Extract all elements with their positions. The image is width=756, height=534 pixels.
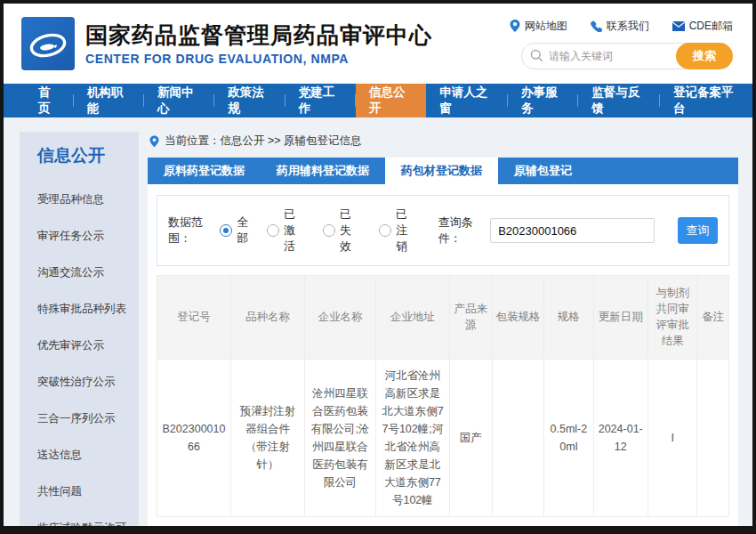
location-pin-icon xyxy=(510,20,520,32)
query-input[interactable] xyxy=(490,218,655,243)
sidebar-item-accepted-varieties[interactable]: 受理品种信息 xyxy=(37,182,139,218)
header-right: 网站地图 联系我们 CDE邮箱 搜索 xyxy=(510,19,733,69)
radio-activated-label: 已激活 xyxy=(284,206,307,255)
cell-remarks xyxy=(697,359,729,516)
radio-expired[interactable]: 已失效 xyxy=(323,206,363,255)
main-content: 当前位置：信息公开 >> 原辅包登记信息 原料药登记数据 药用辅料登记数据 药包… xyxy=(148,132,738,526)
radio-cancelled-label: 已注销 xyxy=(396,206,419,255)
nav-item-info-disclosure[interactable]: 信息公开 xyxy=(356,84,426,117)
scope-label: 数据范围： xyxy=(168,214,213,247)
nav-item-functions[interactable]: 机构职能 xyxy=(74,84,144,117)
col-spec: 规格 xyxy=(544,276,593,360)
sidebar-item-three-in-one[interactable]: 三合一序列公示 xyxy=(37,400,139,437)
site-brand[interactable]: 国家药品监督管理局药品审评中心 CENTER FOR DRUG EVALUATI… xyxy=(21,17,432,70)
sidebar: 信息公开 受理品种信息 审评任务公示 沟通交流公示 特殊审批品种列表 优先审评公… xyxy=(20,132,139,526)
sidebar-item-common-issues[interactable]: 共性问题 xyxy=(37,473,139,510)
col-joint-review-result: 与制剂共同审评审批结果 xyxy=(647,276,696,360)
radio-cancelled[interactable]: 已注销 xyxy=(379,206,419,255)
cell-packaging-spec xyxy=(492,359,543,516)
mailbox-link[interactable]: CDE邮箱 xyxy=(672,19,733,34)
col-company-name: 企业名称 xyxy=(304,276,375,360)
contact-label: 联系我们 xyxy=(607,19,649,34)
sitemap-link[interactable]: 网站地图 xyxy=(510,19,567,34)
tab-api-data[interactable]: 原料药登记数据 xyxy=(148,158,261,184)
sidebar-item-communication[interactable]: 沟通交流公示 xyxy=(37,255,139,291)
nav-item-home[interactable]: 首页 xyxy=(25,84,74,117)
cde-logo-icon xyxy=(21,17,75,70)
radio-icon xyxy=(220,224,232,237)
cell-variety-name: 预灌封注射器组合件（带注射针） xyxy=(230,359,304,516)
search-button[interactable]: 搜索 xyxy=(676,43,733,69)
tab-raw-aux-pack[interactable]: 原辅包登记 xyxy=(498,158,588,184)
radio-activated[interactable]: 已激活 xyxy=(267,206,307,255)
main-nav: 首页 机构职能 新闻中心 政策法规 党建工作 信息公开 申请人之窗 办事服务 监… xyxy=(4,84,752,117)
site-title-block: 国家药品监督管理局药品审评中心 CENTER FOR DRUG EVALUATI… xyxy=(85,21,432,66)
tabbar: 原料药登记数据 药用辅料登记数据 药包材登记数据 原辅包登记 xyxy=(148,158,738,184)
nav-item-applicant-window[interactable]: 申请人之窗 xyxy=(426,84,508,117)
nav-item-party[interactable]: 党建工作 xyxy=(286,84,356,117)
page-body: 信息公开 受理品种信息 审评任务公示 沟通交流公示 特殊审批品种列表 优先审评公… xyxy=(4,117,752,526)
radio-icon xyxy=(267,224,279,237)
browser-page: 国家药品监督管理局药品审评中心 CENTER FOR DRUG EVALUATI… xyxy=(0,0,756,534)
contact-link[interactable]: 联系我们 xyxy=(591,19,649,34)
site-search: 搜索 xyxy=(521,43,733,69)
filterbar: 数据范围： 全部 已激活 已失效 已注销 xyxy=(157,195,729,266)
sidebar-item-delivery-info[interactable]: 送达信息 xyxy=(37,437,139,473)
cell-spec: 0.5ml-20ml xyxy=(544,359,593,516)
breadcrumb-text: 当前位置：信息公开 >> 原辅包登记信息 xyxy=(165,134,362,149)
quick-links: 网站地图 联系我们 CDE邮箱 xyxy=(510,19,733,34)
col-company-address: 企业地址 xyxy=(375,276,449,360)
results-table: 登记号 品种名称 企业名称 企业地址 产品来源 包装规格 规格 更新日期 与制剂… xyxy=(157,275,729,517)
sidebar-title: 信息公开 xyxy=(37,144,139,167)
col-update-date: 更新日期 xyxy=(593,276,647,360)
location-pin-icon xyxy=(149,135,159,148)
radio-all[interactable]: 全部 xyxy=(220,214,251,247)
search-icon xyxy=(530,49,543,66)
nav-item-services[interactable]: 办事服务 xyxy=(508,84,578,117)
sidebar-item-special-approval[interactable]: 特殊审批品种列表 xyxy=(37,291,139,328)
tab-packaging-data[interactable]: 药包材登记数据 xyxy=(385,158,498,184)
radio-expired-label: 已失效 xyxy=(340,206,363,255)
sidebar-item-clinical-trial-license[interactable]: 临床试验默示许可 xyxy=(37,510,139,526)
cell-registration-no: B20230001066 xyxy=(157,359,231,516)
tab-excipients-data[interactable]: 药用辅料登记数据 xyxy=(261,158,385,184)
mailbox-label: CDE邮箱 xyxy=(689,19,733,34)
site-subtitle: CENTER FOR DRUG EVALUATION, NMPA xyxy=(85,52,432,66)
cell-product-source: 国产 xyxy=(449,359,492,516)
radio-icon xyxy=(379,224,391,237)
nav-item-news[interactable]: 新闻中心 xyxy=(144,84,214,117)
col-remarks: 备注 xyxy=(697,276,729,360)
radio-icon xyxy=(323,224,335,237)
envelope-icon xyxy=(672,21,685,31)
data-panel: 原料药登记数据 药用辅料登记数据 药包材登记数据 原辅包登记 数据范围： 全部 … xyxy=(148,158,738,526)
breadcrumb: 当前位置：信息公开 >> 原辅包登记信息 xyxy=(148,132,738,158)
col-registration-no: 登记号 xyxy=(157,276,231,360)
nav-item-policy[interactable]: 政策法规 xyxy=(214,84,285,117)
cell-company-name: 沧州四星联合医药包装有限公司;沧州四星联合医药包装有限公司 xyxy=(304,359,375,516)
col-packaging-spec: 包装规格 xyxy=(492,276,543,360)
site-title: 国家药品监督管理局药品审评中心 xyxy=(85,21,432,49)
cell-joint-review-result: I xyxy=(647,359,696,516)
query-label: 查询条件： xyxy=(438,214,483,247)
sidebar-item-breakthrough-therapy[interactable]: 突破性治疗公示 xyxy=(37,364,139,400)
table-row: B20230001066 预灌封注射器组合件（带注射针） 沧州四星联合医药包装有… xyxy=(157,359,729,516)
cell-update-date: 2024-01-12 xyxy=(593,359,647,516)
col-variety-name: 品种名称 xyxy=(230,276,304,360)
sidebar-item-review-tasks[interactable]: 审评任务公示 xyxy=(37,218,139,255)
results-table-wrap: 登记号 品种名称 企业名称 企业地址 产品来源 包装规格 规格 更新日期 与制剂… xyxy=(157,275,729,517)
phone-icon xyxy=(591,20,602,32)
col-product-source: 产品来源 xyxy=(449,276,492,360)
sidebar-item-priority-review[interactable]: 优先审评公示 xyxy=(37,328,139,364)
table-header-row: 登记号 品种名称 企业名称 企业地址 产品来源 包装规格 规格 更新日期 与制剂… xyxy=(157,276,729,360)
radio-all-label: 全部 xyxy=(237,214,251,247)
cell-company-address: 河北省沧州高新区求是北大道东侧77号102幢;河北省沧州高新区求是北大道东侧77… xyxy=(375,359,449,516)
query-button[interactable]: 查询 xyxy=(678,217,718,244)
nav-item-registration-platform[interactable]: 登记备案平台 xyxy=(660,84,752,117)
nav-item-supervision[interactable]: 监督与反馈 xyxy=(578,84,660,117)
sitemap-label: 网站地图 xyxy=(525,19,567,34)
site-header: 国家药品监督管理局药品审评中心 CENTER FOR DRUG EVALUATI… xyxy=(4,4,752,84)
